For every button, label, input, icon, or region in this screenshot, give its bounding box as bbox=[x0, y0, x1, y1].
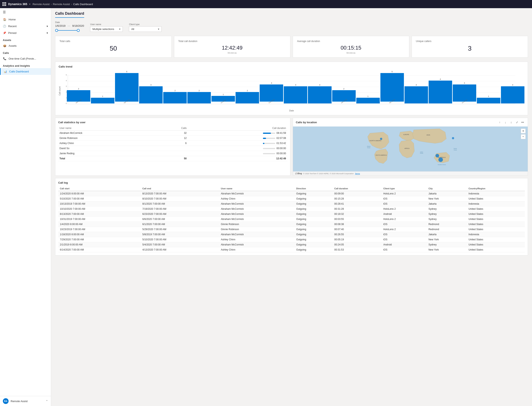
bar-rect[interactable] bbox=[284, 86, 307, 103]
calls-by-location-card: Calls by location ↑ ↓ ↕ ⤢ ••• bbox=[293, 118, 528, 176]
svg-text:Southern Ocean: Southern Ocean bbox=[438, 164, 446, 165]
call-icon: 📞 bbox=[3, 57, 7, 60]
bar-rect[interactable] bbox=[91, 98, 114, 103]
bar-value-label: 5 bbox=[126, 71, 127, 73]
bar-value-label: 3 bbox=[271, 82, 272, 84]
username-dropdown[interactable]: Multiple selections ▾ bbox=[90, 26, 123, 32]
map-collapse-btn[interactable]: ↕ bbox=[509, 120, 513, 124]
log-col-client: Client type bbox=[382, 186, 427, 191]
map-expand-btn[interactable]: ⤢ bbox=[515, 120, 519, 124]
log-direction: Outgoing bbox=[295, 196, 333, 201]
log-direction: Outgoing bbox=[295, 242, 333, 247]
log-country: United States bbox=[467, 242, 525, 247]
bar-value-label: 3 bbox=[150, 84, 151, 86]
stats-duration-cell: 00:00:00 bbox=[188, 146, 287, 151]
bar-rect[interactable] bbox=[67, 90, 90, 102]
bar-rect[interactable] bbox=[260, 85, 283, 102]
log-client: iOS bbox=[382, 201, 427, 206]
log-start: 1/18/2020 8:00:00 AM bbox=[58, 232, 141, 237]
svg-text:NORTH AMERIC: NORTH AMERIC bbox=[370, 140, 382, 142]
brand-chevron-icon[interactable]: ▾ bbox=[29, 3, 30, 6]
bar-rect[interactable] bbox=[115, 73, 139, 102]
log-duration: 00:09:00 bbox=[333, 191, 382, 196]
map-zoom-in-btn[interactable]: + bbox=[521, 129, 526, 133]
range-thumb-left[interactable] bbox=[55, 29, 58, 32]
log-city: New York bbox=[427, 247, 467, 252]
map-sort-down-btn[interactable]: ↓ bbox=[503, 120, 508, 124]
log-duration: 00:15:28 bbox=[333, 196, 382, 201]
map-sort-up-btn[interactable]: ↑ bbox=[497, 120, 502, 124]
bar-item: 3 bbox=[501, 84, 525, 104]
bar-item: 3Jul 2020 bbox=[453, 82, 476, 104]
bar-rect[interactable] bbox=[187, 92, 211, 103]
breadcrumb-parent[interactable]: Remote Assist bbox=[53, 3, 70, 6]
map-more-btn[interactable]: ••• bbox=[520, 120, 525, 124]
bar-rect[interactable] bbox=[139, 86, 163, 103]
svg-text:ASIA: ASIA bbox=[427, 134, 430, 136]
sidebar-recent-label: Recent bbox=[8, 25, 16, 28]
bar-rect[interactable] bbox=[380, 73, 404, 102]
svg-text:Ocean: Ocean bbox=[454, 149, 457, 151]
log-end: 8/1/2020 7:00:00 AM bbox=[141, 201, 219, 206]
log-city: Jakarta bbox=[427, 232, 467, 237]
date-range-slider[interactable] bbox=[55, 29, 80, 32]
log-city: Sydney bbox=[427, 242, 467, 247]
stats-duration-cell: 01:53:42 bbox=[188, 141, 287, 146]
map-zoom-out-btn[interactable]: − bbox=[521, 134, 526, 139]
app-grid-icon[interactable] bbox=[2, 2, 6, 6]
bar-item: 2Jan 2020 bbox=[332, 88, 356, 104]
log-user: Ashley Chinn bbox=[219, 196, 295, 201]
brand-label[interactable]: Dynamics 365 bbox=[8, 2, 27, 6]
log-col-duration: Call duration bbox=[333, 186, 382, 191]
bar-rect[interactable] bbox=[501, 86, 525, 103]
hamburger-icon[interactable]: ☰ bbox=[0, 8, 51, 16]
sidebar-item-recent[interactable]: 🕐 Recent ▾ bbox=[0, 23, 51, 29]
log-end: 6/6/2020 7:00:00 AM bbox=[141, 217, 219, 222]
log-city: Redmond bbox=[427, 227, 467, 232]
sidebar-bottom-expand-icon[interactable]: ⌃ bbox=[46, 400, 48, 403]
log-duration: 00:18:32 bbox=[333, 211, 382, 217]
call-log-card: Call log Call start Call end User name D… bbox=[55, 178, 528, 255]
sidebar-item-calls-dashboard[interactable]: 📊 Calls Dashboard bbox=[0, 68, 51, 75]
bar-rect[interactable] bbox=[332, 90, 356, 102]
bar-rect[interactable] bbox=[163, 92, 187, 103]
log-country: Indonesia bbox=[467, 232, 525, 237]
kpi-total-duration: Total call duration 12:42:49 hh:mm:ss bbox=[174, 36, 291, 58]
client-type-dropdown[interactable]: All ▾ bbox=[129, 26, 162, 32]
calls-trend-title: Calls trend bbox=[59, 65, 525, 68]
log-end: 6/23/2020 7:00:00 AM bbox=[141, 211, 219, 217]
username-filter: User name Multiple selections ▾ bbox=[90, 23, 123, 32]
sidebar-item-assets[interactable]: 📦 Assets bbox=[0, 43, 51, 49]
svg-point-29 bbox=[380, 138, 382, 140]
log-country: United States bbox=[467, 237, 525, 242]
sidebar-item-home[interactable]: 🏠 Home bbox=[0, 16, 51, 23]
sidebar-item-one-time-call[interactable]: 📞 One-time Call (Previe... bbox=[0, 55, 51, 62]
sidebar-item-pinned[interactable]: 📌 Pinned ▾ bbox=[0, 29, 51, 36]
bar-rect[interactable] bbox=[477, 98, 500, 103]
log-client: HoloLens 2 bbox=[382, 191, 427, 196]
stats-total-row: Total 50 12:42:49 bbox=[58, 156, 287, 161]
sidebar-item-home-label: Home bbox=[8, 18, 16, 21]
map-terms-link[interactable]: Terms bbox=[355, 173, 360, 175]
breadcrumb-separator2: › bbox=[71, 3, 72, 6]
sidebar: ☰ 🏠 Home 🕐 Recent ▾ 📌 Pinned ▾ Assets 📦 … bbox=[0, 8, 51, 406]
log-start: 5/10/2020 7:00:00 AM bbox=[58, 196, 141, 201]
range-thumb-right[interactable] bbox=[77, 29, 80, 32]
kpi-total-duration-value: 12:42:49 bbox=[178, 45, 286, 51]
log-country: United States bbox=[467, 222, 525, 227]
bar-rect[interactable] bbox=[356, 98, 380, 103]
bar-rect[interactable] bbox=[308, 86, 331, 103]
bar-rect[interactable] bbox=[236, 92, 259, 103]
stats-table-row: Jamie Reding 00:00:00 bbox=[58, 151, 287, 156]
log-direction: Outgoing bbox=[295, 222, 333, 227]
bar-rect[interactable] bbox=[405, 86, 428, 103]
sidebar-bottom-remote-assist[interactable]: RA Remote Assist ⌃ bbox=[0, 396, 51, 406]
log-city: Sydney bbox=[427, 206, 467, 211]
bar-rect[interactable] bbox=[453, 85, 476, 102]
map-copyright: © 2020 TomTom © 2020 HERE, © 2020 Micros… bbox=[303, 173, 354, 175]
bar-item: 3 bbox=[405, 84, 428, 104]
breadcrumb-app[interactable]: Remote Assist bbox=[32, 3, 49, 6]
log-end: 4/13/2020 7:00:00 AM bbox=[141, 247, 219, 252]
stats-total-label: Total bbox=[58, 156, 157, 161]
bar-rect[interactable] bbox=[429, 80, 452, 103]
